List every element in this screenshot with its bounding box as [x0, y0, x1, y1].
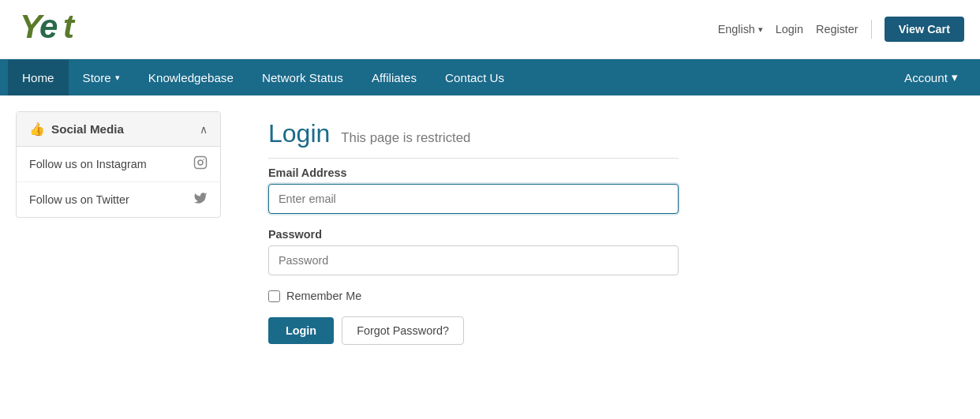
view-cart-button[interactable]: View Cart [885, 17, 964, 42]
thumbs-up-icon: 👍 [29, 122, 45, 137]
remember-row: Remember Me [268, 290, 679, 302]
sidebar-item-twitter[interactable]: Follow us on Twitter [17, 182, 220, 217]
twitter-icon [193, 191, 208, 208]
sidebar-title-area: 👍 Social Media [29, 122, 124, 137]
instagram-label: Follow us on Instagram [29, 158, 147, 170]
password-label: Password [268, 228, 679, 241]
account-dropdown-arrow: ▾ [952, 70, 958, 84]
button-row: Login Forgot Password? [268, 316, 679, 345]
login-title: Login [268, 119, 330, 148]
nav-bar: Home Store ▾ Knowledgebase Network Statu… [0, 59, 980, 95]
svg-point-4 [198, 160, 203, 165]
login-button[interactable]: Login [268, 317, 334, 344]
password-group: Password [268, 228, 679, 275]
svg-rect-3 [195, 157, 207, 169]
main-content: 👍 Social Media ∧ Follow us on Instagram … [0, 95, 980, 411]
forgot-password-button[interactable]: Forgot Password? [342, 316, 464, 345]
nav-knowledgebase[interactable]: Knowledgebase [134, 60, 248, 95]
remember-me-checkbox[interactable] [268, 290, 280, 302]
email-group: Email Address [268, 166, 679, 214]
login-link[interactable]: Login [776, 23, 803, 36]
site-logo: Y e t [16, 6, 103, 52]
divider [871, 20, 872, 39]
nav-network-status[interactable]: Network Status [248, 60, 357, 95]
password-input[interactable] [268, 245, 679, 275]
sidebar-header: 👍 Social Media ∧ [17, 112, 220, 147]
register-link[interactable]: Register [816, 23, 858, 36]
login-subtitle: This page is restricted [341, 130, 470, 146]
twitter-label: Follow us on Twitter [29, 193, 129, 206]
store-dropdown-arrow: ▾ [115, 73, 120, 83]
email-input[interactable] [268, 184, 679, 214]
sidebar-item-instagram[interactable]: Follow us on Instagram [17, 147, 220, 182]
language-selector[interactable]: English [718, 23, 763, 36]
sidebar-collapse-button[interactable]: ∧ [200, 123, 208, 136]
account-button[interactable]: Account ▾ [890, 59, 972, 95]
sidebar-title: Social Media [51, 122, 124, 136]
logo-area: Y e t [16, 6, 103, 52]
email-label: Email Address [268, 166, 679, 179]
account-label: Account [904, 71, 948, 84]
nav-contact-us[interactable]: Contact Us [431, 60, 518, 95]
nav-store[interactable]: Store ▾ [69, 60, 134, 95]
instagram-icon [193, 155, 208, 173]
svg-text:t: t [63, 8, 76, 45]
svg-text:e: e [39, 8, 58, 45]
social-media-section: 👍 Social Media ∧ Follow us on Instagram … [16, 111, 221, 218]
nav-affiliates[interactable]: Affiliates [357, 60, 431, 95]
login-section: Login This page is restricted Email Addr… [237, 111, 710, 395]
sidebar: 👍 Social Media ∧ Follow us on Instagram … [16, 111, 221, 395]
remember-me-label[interactable]: Remember Me [286, 290, 361, 302]
svg-point-5 [203, 159, 204, 160]
nav-home[interactable]: Home [8, 60, 69, 95]
top-bar: Y e t English Login Register View Cart [0, 0, 980, 59]
top-bar-right: English Login Register View Cart [718, 17, 964, 42]
login-title-row: Login This page is restricted [268, 119, 679, 159]
